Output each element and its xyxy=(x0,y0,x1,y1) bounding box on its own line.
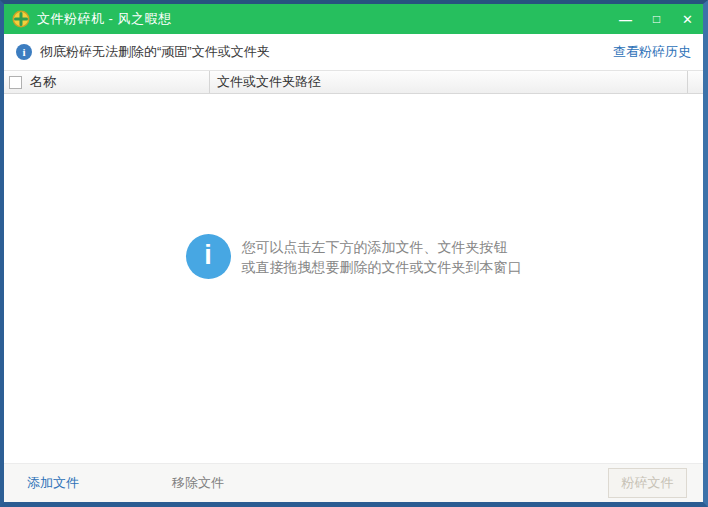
shred-file-button[interactable]: 粉碎文件 xyxy=(608,468,687,498)
empty-state: i 您可以点击左下方的添加文件、文件夹按钮 或直接拖拽想要删除的文件或文件夹到本… xyxy=(186,234,522,279)
minimize-icon[interactable]: — xyxy=(610,4,641,34)
app-logo-icon xyxy=(12,10,30,28)
info-bar: i 彻底粉碎无法删除的“顽固”文件或文件夹 查看粉碎历史 xyxy=(4,34,703,70)
drop-hint-line1: 您可以点击左下方的添加文件、文件夹按钮 xyxy=(242,237,522,257)
remove-file-button[interactable]: 移除文件 xyxy=(172,474,224,492)
titlebar: 文件粉碎机 - 风之暇想 — □ ✕ xyxy=(4,4,703,34)
column-header-path[interactable]: 文件或文件夹路径 xyxy=(217,73,321,91)
window-controls: — □ ✕ xyxy=(610,4,703,34)
app-window: 文件粉碎机 - 风之暇想 — □ ✕ i 彻底粉碎无法删除的“顽固”文件或文件夹… xyxy=(0,0,708,507)
column-header-path-cell: 文件或文件夹路径 xyxy=(210,71,688,93)
close-icon[interactable]: ✕ xyxy=(672,4,703,34)
drop-hint-info-icon: i xyxy=(186,234,231,279)
drop-hint-text: 您可以点击左下方的添加文件、文件夹按钮 或直接拖拽想要删除的文件或文件夹到本窗口 xyxy=(242,237,522,277)
column-header-spacer xyxy=(688,71,703,93)
table-header: 名称 文件或文件夹路径 xyxy=(4,70,703,94)
info-icon: i xyxy=(16,44,32,60)
info-bar-text: 彻底粉碎无法删除的“顽固”文件或文件夹 xyxy=(40,43,270,61)
select-all-checkbox[interactable] xyxy=(9,76,22,89)
footer-bar: 添加文件 移除文件 粉碎文件 xyxy=(4,463,703,502)
add-file-button[interactable]: 添加文件 xyxy=(27,474,79,492)
view-shred-history-link[interactable]: 查看粉碎历史 xyxy=(613,43,691,61)
window-title: 文件粉碎机 - 风之暇想 xyxy=(37,10,172,28)
drop-hint-line2: 或直接拖拽想要删除的文件或文件夹到本窗口 xyxy=(242,257,522,277)
file-list-drop-area[interactable]: i 您可以点击左下方的添加文件、文件夹按钮 或直接拖拽想要删除的文件或文件夹到本… xyxy=(4,94,703,463)
column-header-name-cell: 名称 xyxy=(4,71,210,93)
maximize-icon[interactable]: □ xyxy=(641,4,672,34)
column-header-name[interactable]: 名称 xyxy=(30,73,56,91)
